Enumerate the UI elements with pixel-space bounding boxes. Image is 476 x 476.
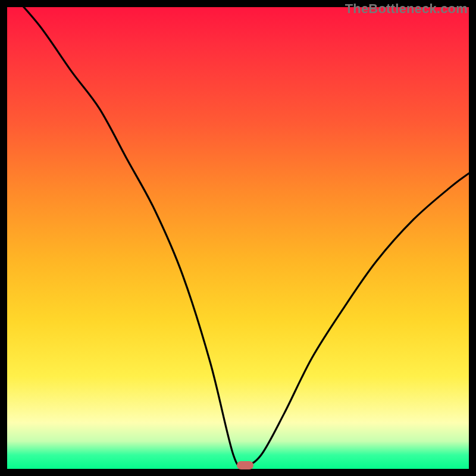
optimal-point-marker	[237, 461, 253, 469]
chart-background-gradient	[7, 7, 469, 469]
bottleneck-chart: TheBottleneck.com	[0, 0, 476, 476]
watermark-label: TheBottleneck.com	[345, 1, 468, 17]
